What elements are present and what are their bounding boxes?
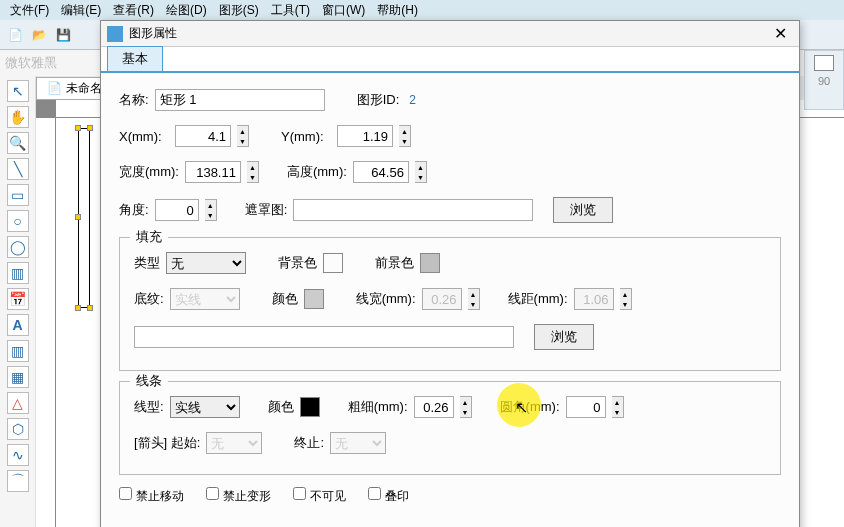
menu-tool[interactable]: 工具(T) (266, 0, 315, 21)
linedist-input (574, 288, 614, 310)
menu-file[interactable]: 文件(F) (5, 0, 54, 21)
menu-view[interactable]: 查看(R) (108, 0, 159, 21)
x-spinner[interactable]: ▲▼ (237, 125, 249, 147)
thumb-1[interactable] (814, 55, 834, 71)
barcode-tool[interactable]: ▥ (7, 262, 29, 284)
y-spinner[interactable]: ▲▼ (399, 125, 411, 147)
menu-bar: 文件(F) 编辑(E) 查看(R) 绘图(D) 图形(S) 工具(T) 窗口(W… (0, 0, 844, 20)
y-input[interactable] (337, 125, 393, 147)
curve-tool[interactable]: ∿ (7, 444, 29, 466)
width-input[interactable] (185, 161, 241, 183)
linedist-spinner: ▲▼ (620, 288, 632, 310)
round-input[interactable] (566, 396, 606, 418)
oval-tool[interactable]: ○ (7, 210, 29, 232)
arrow-start-select: 无 (206, 432, 262, 454)
menu-help[interactable]: 帮助(H) (372, 0, 423, 21)
selected-rectangle[interactable] (78, 128, 90, 308)
linewidth-label: 线宽(mm): (356, 290, 416, 308)
dialog-body: 名称: 图形ID: 2 X(mm): ▲▼ Y(mm): ▲▼ 宽度(mm): … (101, 73, 799, 527)
y-label: Y(mm): (281, 129, 331, 144)
open-icon[interactable]: 📂 (29, 25, 49, 45)
menu-shape[interactable]: 图形(S) (214, 0, 264, 21)
thickness-label: 粗细(mm): (348, 398, 408, 416)
oval-tool-2[interactable]: ◯ (7, 236, 29, 258)
menu-draw[interactable]: 绘图(D) (161, 0, 212, 21)
linetype-label: 线型: (134, 398, 164, 416)
linedist-label: 线距(mm): (508, 290, 568, 308)
line-color-swatch[interactable] (300, 397, 320, 417)
round-label: 圆角(mm): (500, 398, 560, 416)
linewidth-spinner: ▲▼ (468, 288, 480, 310)
x-input[interactable] (175, 125, 231, 147)
arrow-start-label: [箭头] 起始: (134, 434, 200, 452)
thickness-spinner[interactable]: ▲▼ (460, 396, 472, 418)
text-tool[interactable]: A (7, 314, 29, 336)
resize-handle[interactable] (87, 125, 93, 131)
thickness-input[interactable] (414, 396, 454, 418)
triangle-tool[interactable]: △ (7, 392, 29, 414)
width-label: 宽度(mm): (119, 163, 179, 181)
height-input[interactable] (353, 161, 409, 183)
line-color-label: 颜色 (268, 398, 294, 416)
rect-tool[interactable]: ▭ (7, 184, 29, 206)
fill-type-label: 类型 (134, 254, 160, 272)
fill-color-swatch[interactable] (304, 289, 324, 309)
resize-handle[interactable] (75, 305, 81, 311)
fill-group-title: 填充 (130, 228, 168, 246)
close-icon[interactable]: ✕ (768, 24, 793, 43)
mask-input[interactable] (293, 199, 533, 221)
dialog-titlebar[interactable]: 图形属性 ✕ (101, 21, 799, 47)
no-deform-check[interactable]: 禁止变形 (206, 487, 271, 505)
tab-basic[interactable]: 基本 (107, 46, 163, 71)
no-move-check[interactable]: 禁止移动 (119, 487, 184, 505)
menu-window[interactable]: 窗口(W) (317, 0, 370, 21)
save-icon[interactable]: 💾 (53, 25, 73, 45)
invisible-check[interactable]: 不可见 (293, 487, 346, 505)
resize-handle[interactable] (75, 214, 81, 220)
fill-path-input[interactable] (134, 326, 514, 348)
zoom-tool[interactable]: 🔍 (7, 132, 29, 154)
angle-input[interactable] (155, 199, 199, 221)
browse-fill-button[interactable]: 浏览 (534, 324, 594, 350)
thumb-label: 90 (818, 75, 830, 87)
shape-properties-dialog: 图形属性 ✕ 基本 名称: 图形ID: 2 X(mm): ▲▼ Y(mm): ▲… (100, 20, 800, 527)
line-tool[interactable]: ╲ (7, 158, 29, 180)
resize-handle[interactable] (87, 305, 93, 311)
font-name: 微软雅黑 (5, 54, 57, 72)
x-label: X(mm): (119, 129, 169, 144)
mask-label: 遮罩图: (245, 201, 288, 219)
fill-type-select[interactable]: 无 (166, 252, 246, 274)
forecolor-label: 前景色 (375, 254, 414, 272)
dialog-icon (107, 26, 123, 42)
dialog-title-text: 图形属性 (129, 25, 177, 42)
browse-mask-button[interactable]: 浏览 (553, 197, 613, 223)
pointer-tool[interactable]: ↖ (7, 80, 29, 102)
width-spinner[interactable]: ▲▼ (247, 161, 259, 183)
qr-tool[interactable]: ▦ (7, 366, 29, 388)
line-group: 线条 线型: 实线 颜色 粗细(mm): ▲▼ 圆角(mm): ▲▼ [箭头] … (119, 381, 781, 475)
overprint-check[interactable]: 叠印 (368, 487, 409, 505)
arc-tool[interactable]: ⌒ (7, 470, 29, 492)
angle-spinner[interactable]: ▲▼ (205, 199, 217, 221)
round-spinner[interactable]: ▲▼ (612, 396, 624, 418)
shapeid-label: 图形ID: (357, 91, 400, 109)
barcode2-tool[interactable]: ▥ (7, 340, 29, 362)
name-input[interactable] (155, 89, 325, 111)
name-label: 名称: (119, 91, 149, 109)
dialog-tabs: 基本 (101, 47, 799, 73)
forecolor-swatch[interactable] (420, 253, 440, 273)
new-doc-icon[interactable]: 📄 (5, 25, 25, 45)
menu-edit[interactable]: 编辑(E) (56, 0, 106, 21)
shapeid-value: 2 (409, 93, 416, 107)
doc-tab-icon: 📄 (47, 81, 62, 95)
linetype-select[interactable]: 实线 (170, 396, 240, 418)
ruler-vertical (36, 118, 56, 527)
arrow-end-select: 无 (330, 432, 386, 454)
right-panel: 90 (804, 50, 844, 110)
height-spinner[interactable]: ▲▼ (415, 161, 427, 183)
hand-tool[interactable]: ✋ (7, 106, 29, 128)
resize-handle[interactable] (75, 125, 81, 131)
hex-tool[interactable]: ⬡ (7, 418, 29, 440)
image-tool[interactable]: 📅 (7, 288, 29, 310)
backcolor-swatch[interactable] (323, 253, 343, 273)
